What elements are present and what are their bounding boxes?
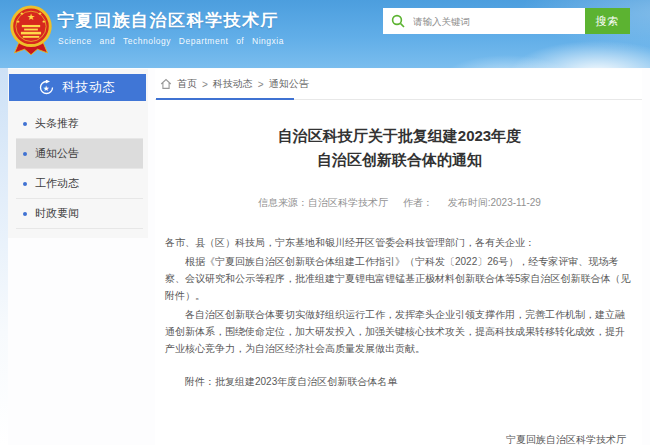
sidebar-header-label: 科技动态 — [62, 79, 116, 96]
meta-source: 信息来源：自治区科学技术厅 — [258, 197, 388, 208]
article-title-line1: 自治区科技厅关于批复组建2023年度 — [165, 124, 634, 148]
sidebar-item-work-updates[interactable]: 工作动态 — [16, 169, 143, 199]
svg-text:★: ★ — [20, 11, 24, 16]
search-button[interactable]: 搜索 — [585, 8, 630, 34]
main-content-card: 首页 > 科技动态 > 通知公告 自治区科技厅关于批复组建2023年度 自治区创… — [155, 69, 642, 445]
left-background-strip — [0, 68, 8, 445]
svg-text:★: ★ — [42, 19, 46, 24]
breadcrumb-separator: > — [202, 79, 208, 90]
sidebar-item-political-news[interactable]: 时政要闻 — [16, 199, 143, 229]
breadcrumb-separator: > — [258, 79, 264, 90]
signature-org: 宁夏回族自治区科学技术厅 — [165, 430, 626, 445]
article-title-line2: 自治区创新联合体的通知 — [165, 148, 634, 172]
breadcrumb-home[interactable]: 首页 — [177, 77, 197, 91]
home-icon — [160, 78, 172, 90]
bullet-dot-icon — [23, 212, 27, 216]
bullet-dot-icon — [23, 182, 27, 186]
sidebar-item-headlines[interactable]: 头条推荐 — [16, 109, 143, 139]
sidebar-item-label: 工作动态 — [35, 176, 79, 191]
china-national-emblem-icon: ★ ★ ★ ★ ★ — [9, 2, 53, 62]
article-body: 各市、县（区）科技局，宁东基地和银川经开区管委会科技管理部门，各有关企业： 根据… — [165, 234, 634, 357]
meta-publish-time: 发布时间:2023-11-29 — [448, 197, 541, 208]
breadcrumb-active-underline — [156, 98, 294, 100]
meta-author: 作者： — [403, 197, 433, 208]
site-banner: ★ ★ ★ ★ ★ 宁夏回族自治区科学技术厅 Science and Techn… — [0, 0, 650, 68]
signature-block: 宁夏回族自治区科学技术厅 2023年11月27日 — [165, 430, 634, 445]
svg-text:★: ★ — [16, 19, 20, 24]
search-box[interactable] — [383, 8, 585, 34]
bullet-dot-icon — [23, 122, 27, 126]
sidebar-header: ★ 科技动态 — [9, 74, 146, 101]
site-subtitle-english: Science and Technology Department of Nin… — [58, 36, 284, 46]
article-paragraph: 各自治区创新联合体要切实做好组织运行工作，发挥牵头企业引领支撑作用，完善工作机制… — [165, 306, 634, 357]
article: 自治区科技厅关于批复组建2023年度 自治区创新联合体的通知 信息来源：自治区科… — [155, 124, 642, 445]
breadcrumb-science-news[interactable]: 科技动态 — [213, 77, 253, 91]
search-bar: 搜索 — [383, 8, 630, 34]
breadcrumb: 首页 > 科技动态 > 通知公告 — [155, 69, 642, 100]
site-title: 宁夏回族自治区科学技术厅 — [57, 9, 279, 32]
sidebar-item-notices[interactable]: 通知公告 — [16, 139, 143, 169]
search-input[interactable] — [411, 15, 585, 28]
article-paragraph: 各市、县（区）科技局，宁东基地和银川经开区管委会科技管理部门，各有关企业： — [165, 234, 634, 251]
article-paragraph: 根据《宁夏回族自治区创新联合体组建工作指引》（宁科发〔2022〕26号），经专家… — [165, 253, 634, 304]
search-icon — [391, 14, 405, 28]
breadcrumb-notices[interactable]: 通知公告 — [269, 77, 309, 91]
star-refresh-icon: ★ — [39, 80, 54, 95]
article-meta: 信息来源：自治区科学技术厅 作者： 发布时间:2023-11-29 — [165, 196, 634, 210]
sidebar-menu: 头条推荐 通知公告 工作动态 时政要闻 — [8, 109, 148, 229]
svg-text:★: ★ — [43, 84, 51, 93]
svg-text:★: ★ — [38, 11, 42, 16]
svg-text:★: ★ — [27, 12, 35, 22]
bullet-dot-icon — [23, 152, 27, 156]
sidebar-item-label: 头条推荐 — [35, 116, 79, 131]
article-title: 自治区科技厅关于批复组建2023年度 自治区创新联合体的通知 — [165, 124, 634, 172]
sidebar-item-label: 通知公告 — [35, 146, 79, 161]
sidebar-science-news: ★ 科技动态 头条推荐 通知公告 工作动态 时政要闻 — [8, 69, 148, 238]
attachment-line: 附件：批复组建2023年度自治区创新联合体名单 — [165, 373, 634, 390]
sidebar-item-label: 时政要闻 — [35, 206, 79, 221]
